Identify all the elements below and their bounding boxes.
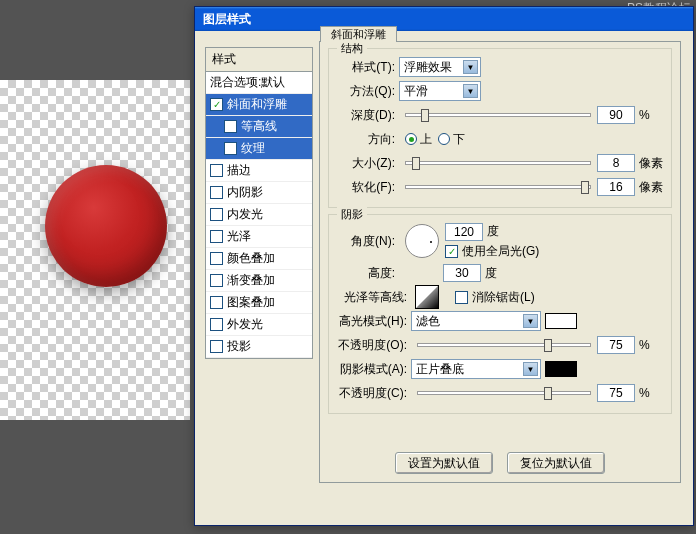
radio-up[interactable]: [405, 133, 417, 145]
label-shadow-opacity: 不透明度(C):: [337, 385, 411, 402]
checkbox-pattern-overlay[interactable]: [210, 296, 223, 309]
row-blend-options[interactable]: 混合选项:默认: [206, 72, 312, 94]
slider-soften[interactable]: [405, 185, 591, 189]
row-pattern-overlay[interactable]: 图案叠加: [206, 292, 312, 314]
checkbox-texture[interactable]: [224, 142, 237, 155]
reset-default-button[interactable]: 复位为默认值: [507, 452, 605, 474]
label-size: 大小(Z):: [337, 155, 399, 172]
checkbox-contour[interactable]: [224, 120, 237, 133]
select-style[interactable]: 浮雕效果▼: [399, 57, 481, 77]
radio-down-label: 下: [453, 131, 465, 148]
row-contour[interactable]: 等高线: [206, 116, 312, 138]
select-highlight-mode[interactable]: 滤色▼: [411, 311, 541, 331]
style-list-box: 混合选项:默认 ✓斜面和浮雕 等高线 纹理 描边 内阴影 内发光 光泽 颜色叠加…: [205, 71, 313, 359]
chevron-down-icon: ▼: [523, 362, 538, 376]
unit-percent: %: [635, 108, 663, 122]
row-gradient-overlay[interactable]: 渐变叠加: [206, 270, 312, 292]
dialog-titlebar[interactable]: 图层样式: [195, 7, 693, 31]
red-circle-layer: [45, 165, 167, 287]
label-angle: 角度(N):: [337, 233, 399, 250]
gloss-contour-picker[interactable]: [415, 285, 439, 309]
slider-shadow-opacity[interactable]: [417, 391, 591, 395]
input-highlight-opacity[interactable]: 75: [597, 336, 635, 354]
slider-highlight-opacity[interactable]: [417, 343, 591, 347]
input-soften[interactable]: 16: [597, 178, 635, 196]
row-texture[interactable]: 纹理: [206, 138, 312, 160]
layer-style-dialog: 图层样式 样式 混合选项:默认 ✓斜面和浮雕 等高线 纹理 描边 内阴影 内发光…: [194, 6, 694, 526]
slider-size[interactable]: [405, 161, 591, 165]
unit-px: 像素: [635, 155, 663, 172]
legend-structure: 结构: [337, 41, 367, 56]
settings-panel: 斜面和浮雕 结构 样式(T): 浮雕效果▼ 方法(Q): 平滑▼ 深度(D): …: [319, 41, 681, 483]
checkbox-gradient-overlay[interactable]: [210, 274, 223, 287]
label-global-light: 使用全局光(G): [462, 243, 539, 260]
label-altitude: 高度:: [337, 265, 399, 282]
checkbox-drop-shadow[interactable]: [210, 340, 223, 353]
chevron-down-icon: ▼: [463, 60, 478, 74]
checkbox-global-light[interactable]: ✓: [445, 245, 458, 258]
label-depth: 深度(D):: [337, 107, 399, 124]
row-inner-shadow[interactable]: 内阴影: [206, 182, 312, 204]
style-list-header: 样式: [205, 47, 313, 71]
unit-deg2: 度: [481, 265, 509, 282]
row-drop-shadow[interactable]: 投影: [206, 336, 312, 358]
label-highlight-opacity: 不透明度(O):: [337, 337, 411, 354]
row-inner-glow[interactable]: 内发光: [206, 204, 312, 226]
checkbox-inner-glow[interactable]: [210, 208, 223, 221]
dialog-body: 样式 混合选项:默认 ✓斜面和浮雕 等高线 纹理 描边 内阴影 内发光 光泽 颜…: [201, 35, 687, 519]
highlight-color-swatch[interactable]: [545, 313, 577, 329]
default-buttons: 设置为默认值 复位为默认值: [320, 452, 680, 478]
dialog-title: 图层样式: [203, 12, 251, 26]
row-outer-glow[interactable]: 外发光: [206, 314, 312, 336]
row-color-overlay[interactable]: 颜色叠加: [206, 248, 312, 270]
set-default-button[interactable]: 设置为默认值: [395, 452, 493, 474]
fieldset-shading: 阴影 角度(N): 120 度 ✓ 使用全局光(G): [328, 214, 672, 414]
row-satin[interactable]: 光泽: [206, 226, 312, 248]
checkbox-stroke[interactable]: [210, 164, 223, 177]
style-list: 样式 混合选项:默认 ✓斜面和浮雕 等高线 纹理 描边 内阴影 内发光 光泽 颜…: [205, 47, 313, 483]
checkbox-outer-glow[interactable]: [210, 318, 223, 331]
tab-bevel[interactable]: 斜面和浮雕: [320, 26, 397, 42]
row-stroke[interactable]: 描边: [206, 160, 312, 182]
select-shadow-mode[interactable]: 正片叠底▼: [411, 359, 541, 379]
input-altitude[interactable]: 30: [443, 264, 481, 282]
label-anti-alias: 消除锯齿(L): [472, 289, 535, 306]
chevron-down-icon: ▼: [463, 84, 478, 98]
row-bevel[interactable]: ✓斜面和浮雕: [206, 94, 312, 116]
input-size[interactable]: 8: [597, 154, 635, 172]
radio-down[interactable]: [438, 133, 450, 145]
fieldset-structure: 结构 样式(T): 浮雕效果▼ 方法(Q): 平滑▼ 深度(D): 90 % 方…: [328, 48, 672, 208]
label-shadow-mode: 阴影模式(A):: [337, 361, 411, 378]
angle-dial[interactable]: [405, 224, 439, 258]
label-direction: 方向:: [337, 131, 399, 148]
shadow-color-swatch[interactable]: [545, 361, 577, 377]
checkbox-color-overlay[interactable]: [210, 252, 223, 265]
checkbox-satin[interactable]: [210, 230, 223, 243]
unit-deg: 度: [483, 223, 511, 240]
chevron-down-icon: ▼: [523, 314, 538, 328]
label-soften: 软化(F):: [337, 179, 399, 196]
unit-px2: 像素: [635, 179, 663, 196]
label-style: 样式(T):: [337, 59, 399, 76]
input-depth[interactable]: 90: [597, 106, 635, 124]
checkbox-bevel[interactable]: ✓: [210, 98, 223, 111]
slider-depth[interactable]: [405, 113, 591, 117]
label-gloss-contour: 光泽等高线:: [337, 289, 411, 306]
input-shadow-opacity[interactable]: 75: [597, 384, 635, 402]
checkbox-inner-shadow[interactable]: [210, 186, 223, 199]
select-method[interactable]: 平滑▼: [399, 81, 481, 101]
label-method: 方法(Q):: [337, 83, 399, 100]
canvas-area: [0, 80, 190, 420]
label-highlight-mode: 高光模式(H):: [337, 313, 411, 330]
checkbox-anti-alias[interactable]: [455, 291, 468, 304]
input-angle[interactable]: 120: [445, 223, 483, 241]
radio-up-label: 上: [420, 131, 432, 148]
legend-shading: 阴影: [337, 207, 367, 222]
